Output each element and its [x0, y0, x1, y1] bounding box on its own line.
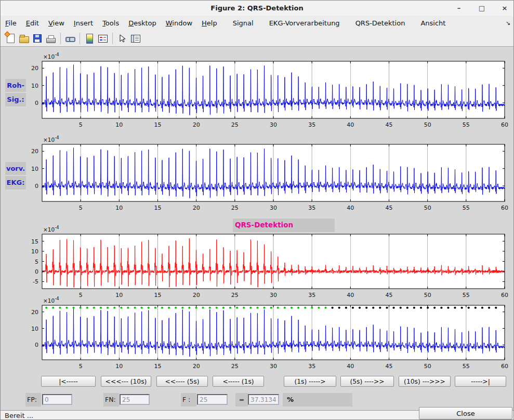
- menu-file[interactable]: File: [1, 16, 21, 31]
- nav-back-5s[interactable]: <<---- (5s): [156, 376, 208, 387]
- missed-beat-marker: [359, 307, 361, 309]
- svg-text:5: 5: [79, 363, 83, 370]
- svg-text:40: 40: [347, 292, 354, 299]
- svg-text:10: 10: [115, 121, 123, 128]
- label-vorv: vorv.: [5, 162, 26, 175]
- fn-label: FN:: [103, 393, 119, 407]
- detected-beat-marker: [256, 307, 258, 309]
- menu-window[interactable]: Window: [161, 16, 197, 31]
- menu-help[interactable]: Help: [197, 16, 222, 31]
- figure-window: Figure 2: QRS-Detektion –□× FileEditView…: [0, 0, 514, 420]
- svg-text:55: 55: [463, 292, 470, 299]
- menu-ansicht[interactable]: Ansicht: [416, 16, 450, 31]
- svg-text:20: 20: [31, 65, 38, 72]
- plot-vorv-ekg: 5101520253035404550556001020×10-4: [31, 135, 508, 211]
- percent-label: %: [283, 393, 352, 407]
- svg-text:0: 0: [35, 100, 38, 106]
- link-plot-icon[interactable]: [63, 32, 77, 45]
- menu-desktop[interactable]: Desktop: [124, 16, 161, 31]
- ratio-field[interactable]: [248, 394, 279, 405]
- fn-field[interactable]: [120, 394, 150, 405]
- toolbar: [1, 31, 513, 47]
- plot-detektion: 5101520253035404550556001020×10-4: [31, 296, 508, 370]
- open-folder-icon[interactable]: [17, 32, 31, 45]
- close-button[interactable]: Close: [419, 407, 512, 419]
- svg-text:-5: -5: [33, 278, 38, 285]
- svg-text:5: 5: [79, 292, 83, 299]
- nav-fwd-1s[interactable]: (1s) ----->: [284, 376, 336, 387]
- property-inspector-icon[interactable]: [129, 32, 142, 45]
- detected-beat-marker: [202, 307, 204, 309]
- edit-cursor-icon[interactable]: [115, 32, 129, 45]
- insert-legend-icon[interactable]: [96, 32, 110, 45]
- missed-beat-marker: [440, 307, 442, 309]
- detected-beat-marker: [52, 307, 54, 309]
- detected-beat-marker: [263, 307, 265, 309]
- plot-qrs-filtered: 51015202530354045505560-5051015×10-4: [31, 225, 508, 299]
- colormap-icon[interactable]: [83, 32, 96, 45]
- toolbar-separator: [80, 33, 80, 44]
- missed-beat-marker: [488, 307, 490, 309]
- fp-field[interactable]: [42, 394, 72, 405]
- svg-text:35: 35: [308, 363, 315, 370]
- svg-text:15: 15: [154, 292, 162, 299]
- svg-text:15: 15: [154, 121, 162, 128]
- menu-view[interactable]: View: [44, 16, 69, 31]
- detected-beat-marker: [65, 307, 68, 309]
- nav-fwd-10s[interactable]: (10s) --->>>: [399, 376, 451, 387]
- detected-beat-marker: [195, 307, 197, 309]
- nav-jump-end[interactable]: ----->|: [455, 376, 506, 387]
- missed-beat-marker: [379, 307, 381, 309]
- svg-text:40: 40: [347, 121, 354, 128]
- menu-insert[interactable]: Insert: [69, 16, 98, 31]
- titlebar: Figure 2: QRS-Detektion –□×: [1, 1, 513, 17]
- minimize-icon[interactable]: –: [454, 4, 464, 13]
- menu-qrs-detektion[interactable]: QRS-Detektion: [351, 16, 410, 31]
- detected-beat-marker: [72, 307, 74, 309]
- svg-text:35: 35: [308, 292, 315, 299]
- menu-ekg-vorverarbeitung[interactable]: EKG-Vorverarbeitung: [265, 16, 345, 31]
- svg-text:50: 50: [424, 292, 431, 299]
- status-text: Bereit ...: [5, 411, 33, 420]
- svg-text:10: 10: [31, 248, 38, 255]
- missed-beat-marker: [468, 307, 470, 309]
- detected-beat-marker: [222, 307, 225, 309]
- detected-beat-marker: [175, 307, 177, 309]
- nav-back-10s[interactable]: <<<--- (10s): [101, 376, 151, 387]
- svg-text:0: 0: [35, 342, 38, 348]
- nav-fwd-5s[interactable]: (5s) ---->>: [340, 376, 394, 387]
- svg-text:50: 50: [424, 363, 431, 370]
- print-icon[interactable]: [44, 32, 58, 45]
- detected-beat-marker: [120, 307, 122, 309]
- close-icon[interactable]: ×: [500, 4, 509, 13]
- detected-beat-marker: [154, 307, 156, 309]
- menu-overflow-icon[interactable]: ↘: [506, 16, 510, 31]
- new-file-icon[interactable]: [4, 32, 17, 45]
- save-icon[interactable]: [31, 32, 44, 45]
- svg-text:15: 15: [154, 363, 162, 370]
- svg-text:55: 55: [463, 205, 470, 211]
- svg-text:40: 40: [347, 205, 354, 211]
- detected-beat-marker: [324, 307, 326, 309]
- f-field[interactable]: [197, 394, 228, 405]
- svg-text:0: 0: [35, 183, 38, 189]
- svg-text:60: 60: [501, 292, 508, 299]
- missed-beat-marker: [475, 307, 477, 309]
- window-controls: –□×: [454, 1, 509, 16]
- menu-signal[interactable]: Signal: [228, 16, 258, 31]
- detected-beat-marker: [161, 307, 163, 309]
- missed-beat-marker: [406, 307, 408, 309]
- svg-text:35: 35: [308, 121, 315, 128]
- menu-tools[interactable]: Tools: [98, 16, 124, 31]
- nav-jump-start[interactable]: |<-----: [41, 376, 96, 387]
- svg-text:20: 20: [193, 121, 200, 128]
- missed-beat-marker: [433, 307, 436, 309]
- maximize-icon[interactable]: □: [477, 4, 486, 13]
- f-label: F :: [181, 393, 196, 407]
- svg-text:20: 20: [193, 205, 200, 211]
- detected-beat-marker: [148, 307, 150, 309]
- missed-beat-marker: [461, 307, 463, 309]
- menu-edit[interactable]: Edit: [21, 16, 44, 31]
- window-title: Figure 2: QRS-Detektion: [1, 1, 513, 16]
- nav-back-1s[interactable]: <----- (1s): [213, 376, 264, 387]
